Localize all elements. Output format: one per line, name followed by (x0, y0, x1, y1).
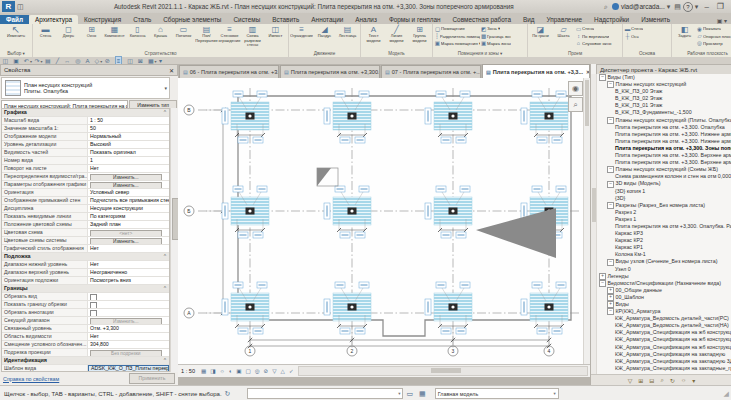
browser-tree-item[interactable]: В_КЖ_ПЗ_00 Этаж (597, 88, 731, 95)
editing-requests-icon[interactable]: ↻ (225, 390, 231, 398)
collapse-icon[interactable]: – (607, 202, 614, 209)
modify-button[interactable]: ↖ Изменить (1, 25, 31, 47)
ribbon-button-Марка зоны[interactable]: ▣Марка зоны (480, 40, 526, 47)
ribbon-button-По вертикали[interactable]: ↕По вертикали (575, 32, 621, 39)
browser-tree-item[interactable]: –Разрезы (Разрез_Без номера листа) (597, 202, 731, 209)
filter-icon[interactable]: ▽ (628, 377, 633, 384)
canvas-horizontal-scrollbar[interactable] (298, 366, 588, 376)
browser-tree-item[interactable]: КЖ_Арматура_Спецификация на жб конструкц… (597, 329, 731, 336)
property-checkbox[interactable] (90, 310, 97, 316)
property-value[interactable]: Нет (88, 261, 169, 268)
property-value[interactable]: Показать оригинал (88, 149, 169, 156)
browser-tree-item[interactable]: Каркас КР3 (597, 230, 731, 237)
user-avatar[interactable] (612, 3, 619, 10)
account-dropdown-icon[interactable]: ▾ (667, 3, 671, 11)
apply-button[interactable]: Применить (129, 373, 175, 384)
property-value[interactable]: Изменить... (88, 173, 169, 180)
search-icon[interactable]: ⌕ (604, 3, 608, 11)
property-value[interactable]: 1 : 50 (88, 117, 169, 124)
browser-tree-item[interactable]: Плита перекрытия на отм. +3,300. Верхнее… (597, 159, 731, 166)
property-value[interactable]: Нормальный (88, 133, 169, 140)
ribbon-button-Опорная плоскость[interactable]: ▱Опорная плоскость (696, 32, 731, 39)
account-menu[interactable]: vlad@arcada... (621, 3, 665, 10)
restore-button[interactable]: ❐ (717, 2, 724, 11)
crop-view-icon[interactable]: ▣ (236, 368, 241, 374)
detail-level-icon[interactable]: ▦ (201, 368, 206, 374)
browser-tree-item[interactable]: +00_Шаблон (597, 294, 731, 301)
search-icon[interactable]: ⌕ (660, 377, 663, 384)
ribbon-group-label-select[interactable]: Выбор ▾ (0, 50, 32, 57)
property-value[interactable]: Подчистить все примыкания стен (88, 197, 169, 204)
ribbon-tab-Архитектура[interactable]: Архитектура (29, 15, 78, 24)
property-value[interactable]: ADSK_КЖ_О_ПЗ_Плиты перекрытия (88, 365, 169, 372)
ribbon-tab-Сталь[interactable]: Сталь (127, 15, 157, 24)
ribbon-tab-Файл[interactable]: Файл (0, 15, 29, 24)
visual-style-icon[interactable]: ◨ (210, 368, 215, 374)
browser-tree-item[interactable]: КЖ_Арматура_Спецификация на жб конструкц… (597, 344, 731, 351)
ribbon-tab-Вставить[interactable]: Вставить (266, 15, 305, 24)
browser-tree-item[interactable]: Разрез 1 (597, 216, 731, 223)
collapse-all-icon[interactable]: ⊟ (649, 377, 654, 384)
browser-tree-item[interactable]: В_КЖ_ПЗ_01 Этаж (597, 102, 731, 109)
view-tab[interactable]: ▤Плита перекрытия на отм. +3,3...✕ (482, 64, 590, 78)
browser-tree-item[interactable]: +Легенды (597, 273, 731, 280)
ribbon-button-Окно[interactable]: ⊞Окно (80, 25, 103, 47)
property-value[interactable]: Изменить... (88, 317, 169, 324)
ribbon-button-Ограждение[interactable]: ≡Ограждение (290, 25, 313, 47)
steering-wheel-icon[interactable]: ◉ (568, 81, 583, 96)
ribbon-tab-Анализ[interactable]: Анализ (349, 15, 383, 24)
ribbon-group-label[interactable]: Движение (289, 50, 360, 57)
properties-close-icon[interactable]: ✕ (169, 67, 174, 74)
ribbon-button-Стеновое ограждение[interactable]: ≡Стеновое ограждение (218, 25, 241, 47)
app-store-icon[interactable]: ▤ (674, 3, 681, 11)
property-value[interactable]: Посмотреть вниз (88, 277, 169, 284)
property-checkbox[interactable] (90, 302, 97, 308)
ribbon-tab-Изменить[interactable]: Изменить (635, 15, 676, 24)
browser-tree-item[interactable]: –3D виды (Модель) (597, 180, 731, 187)
collapse-icon[interactable]: – (599, 74, 606, 81)
ribbon-button-Слуховое окно[interactable]: ⌂Слуховое окно (575, 40, 621, 47)
browser-tree-item[interactable]: КЖ_Арматура_Ведомость деталей_части(НА) (597, 322, 731, 329)
browser-tree-item[interactable]: –Планы несущих конструкций (597, 81, 731, 88)
ribbon-button-Разделитель помещений[interactable]: ┆Разделитель помещений (434, 32, 480, 39)
browser-tree-item[interactable]: {3D} копия 1 (597, 188, 731, 195)
ribbon-button-Колонна[interactable]: ▯Колонна (126, 25, 149, 47)
browser-tree-item[interactable]: КЖ_Арматура_Спецификация на закладную (597, 351, 731, 358)
ribbon-button-Задать[interactable]: ◧Задать (673, 25, 696, 47)
collapse-icon[interactable]: – (607, 308, 614, 315)
constraints-icon[interactable]: ✓ (289, 368, 294, 374)
ribbon-group-label[interactable]: Основа (623, 50, 671, 57)
property-section-Идентификация[interactable]: Идентификация^ (2, 357, 169, 365)
canvas-vertical-scrollbar[interactable] (583, 78, 590, 364)
expand-icon[interactable]: + (607, 301, 614, 308)
ribbon-button-Дверь[interactable]: ◻Дверь (57, 25, 80, 47)
section-collapse-icon[interactable]: ^ (164, 285, 169, 292)
ribbon-button-Импост[interactable]: ◫Импост (264, 25, 287, 47)
browser-tree-item[interactable]: +Виды (597, 301, 731, 308)
temporary-hide-isolate-icon[interactable]: ◎ (255, 368, 260, 374)
ribbon-button-По грани[interactable]: ◪По грани (529, 25, 552, 47)
property-button[interactable]: <нет> (90, 230, 162, 237)
property-value[interactable]: Нет (88, 333, 169, 340)
ribbon-button-Линия модели[interactable]: ╱Линия модели (385, 25, 408, 47)
browser-tree-item[interactable]: КЖ_Арматура_Спецификация на закладные_гр… (597, 365, 731, 372)
ribbon-button-Компонент[interactable]: ▦Компонент (103, 25, 126, 47)
property-value[interactable]: Задний план (88, 221, 169, 228)
expand-icon[interactable]: + (607, 287, 614, 294)
property-button[interactable]: Изменить... (90, 182, 162, 189)
ribbon-button-Граница зон[interactable]: ▩Граница зон (480, 32, 526, 39)
browser-tree-item[interactable]: Плита перекрытия на отм +3,300. Опалубка… (597, 223, 731, 230)
property-value[interactable]: Изменить... (88, 181, 169, 188)
ribbon-tab-Формы и генплан[interactable]: Формы и генплан (383, 15, 447, 24)
ribbon-button-Ось[interactable]: ┼Ось (624, 32, 670, 39)
active-workset-combo[interactable]: ▾ (247, 388, 403, 399)
property-value[interactable]: Изменить... (88, 237, 169, 244)
collapse-icon[interactable]: – (607, 259, 614, 266)
properties-scrollbar[interactable] (170, 108, 178, 372)
ribbon-group-label[interactable]: Проем (528, 50, 622, 57)
view-tab[interactable]: ▤07 - Плита перекрытия на отм. +... (381, 65, 481, 78)
property-value[interactable]: 304,800 (88, 341, 169, 348)
analytical-model-icon[interactable]: △ (281, 368, 285, 374)
section-collapse-icon[interactable]: ^ (164, 109, 169, 116)
ribbon-button-Стена[interactable]: ▬Стена (34, 25, 57, 47)
